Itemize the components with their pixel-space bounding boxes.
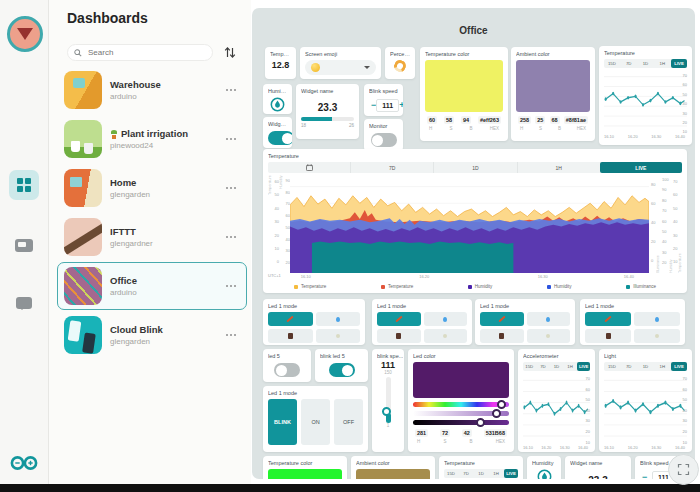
mode-pencil-button[interactable] <box>377 312 421 326</box>
tab-7d[interactable]: 7D <box>537 362 550 371</box>
color-swatch[interactable] <box>516 60 590 112</box>
toggle-on[interactable] <box>268 131 292 145</box>
dashboard-thumbnail[interactable] <box>64 316 102 354</box>
dashboard-thumbnail[interactable] <box>64 169 102 207</box>
dashboard-item-cloud-blink[interactable]: Cloud Blink glengarden <box>57 311 247 359</box>
tab-1h[interactable]: 1H <box>564 362 577 371</box>
gauge-donut-icon <box>392 58 408 74</box>
mode-plug-button[interactable] <box>268 329 313 343</box>
mode-droplet-button[interactable] <box>527 312 571 326</box>
color-swatch[interactable] <box>356 469 430 479</box>
tab-calendar[interactable] <box>268 162 350 173</box>
mode-plug-button[interactable] <box>377 329 421 343</box>
mode-droplet-button[interactable] <box>424 312 468 326</box>
color-swatch[interactable] <box>425 60 503 112</box>
search-bar[interactable] <box>67 44 213 61</box>
tab-1h[interactable]: 1H <box>654 59 670 68</box>
user-avatar[interactable] <box>7 16 43 52</box>
saturation-value: 58 <box>444 116 454 124</box>
toggle-on[interactable] <box>329 363 355 377</box>
tab-1d[interactable]: 1D <box>433 162 516 173</box>
mode-bulb-button[interactable] <box>634 329 680 343</box>
dashboard-item-warehouse[interactable]: Warehouse arduino <box>57 66 247 114</box>
item-menu-icon[interactable] <box>226 334 236 336</box>
mode-pencil-button[interactable] <box>268 312 313 326</box>
tab-1d[interactable]: 1D <box>474 469 488 478</box>
tab-1d[interactable]: 1D <box>638 59 654 68</box>
mode-droplet-button[interactable] <box>316 312 361 326</box>
tab-7d[interactable]: 7D <box>621 362 637 371</box>
slider-knob[interactable] <box>492 409 501 418</box>
devices-icon[interactable] <box>9 230 39 260</box>
tab-15d[interactable]: 15D <box>523 362 536 371</box>
minus-button[interactable]: − <box>642 473 647 479</box>
toggle-off[interactable] <box>274 363 300 377</box>
stepper-value[interactable]: 111 <box>376 99 399 112</box>
chat-icon[interactable] <box>9 288 39 318</box>
brightness-slider[interactable] <box>413 420 509 425</box>
blink-button[interactable]: BLINK <box>268 399 297 445</box>
mode-bulb-button[interactable] <box>424 329 468 343</box>
dashboard-thumbnail[interactable] <box>64 218 102 256</box>
tab-1d[interactable]: 1D <box>550 362 563 371</box>
hex-value: #8f81ae <box>564 116 588 124</box>
mode-pencil-button[interactable] <box>585 312 631 326</box>
tab-live[interactable]: LIVE <box>671 59 687 68</box>
item-menu-icon[interactable] <box>226 138 236 140</box>
item-menu-icon[interactable] <box>226 285 236 287</box>
color-swatch[interactable] <box>413 362 509 398</box>
search-input[interactable] <box>86 47 206 58</box>
dashboard-item-plant-irrigation[interactable]: Plant irrigation pinewood24 <box>57 115 247 163</box>
tab-7d[interactable]: 7D <box>350 162 433 173</box>
tab-1d[interactable]: 1D <box>638 362 654 371</box>
dashboard-item-office-selected[interactable]: Office arduino <box>57 262 247 310</box>
tab-1h[interactable]: 1H <box>489 469 503 478</box>
tab-15d[interactable]: 15D <box>604 362 620 371</box>
item-menu-icon[interactable] <box>226 89 236 91</box>
item-menu-icon[interactable] <box>226 236 236 238</box>
color-swatch[interactable] <box>268 469 342 479</box>
mode-plug-button[interactable] <box>480 329 524 343</box>
tab-7d[interactable]: 7D <box>459 469 473 478</box>
sort-button[interactable] <box>221 44 239 61</box>
tab-live[interactable]: LIVE <box>577 362 590 371</box>
tab-15d[interactable]: 15D <box>444 469 458 478</box>
dashboard-item-home[interactable]: Home glengarden <box>57 164 247 212</box>
tab-1h[interactable]: 1H <box>517 162 600 173</box>
saturation-slider[interactable] <box>413 411 509 416</box>
item-menu-icon[interactable] <box>226 187 236 189</box>
dashboards-grid-icon[interactable] <box>9 170 39 200</box>
calendar-icon <box>306 164 313 171</box>
fullscreen-button[interactable] <box>668 454 699 485</box>
tab-7d[interactable]: 7D <box>621 59 637 68</box>
slider-knob[interactable] <box>497 400 506 409</box>
on-button[interactable]: ON <box>301 399 330 445</box>
emoji-dropdown[interactable] <box>305 60 376 75</box>
mode-bulb-button[interactable] <box>316 329 361 343</box>
dashboard-owner: glengarden <box>110 190 218 199</box>
vertical-slider[interactable] <box>386 377 391 423</box>
right-axis-humidity: 100 90 80 70 60 50 40 30 20 Humidity <box>660 175 671 273</box>
dashboard-thumbnail[interactable] <box>64 267 102 305</box>
toggle-off[interactable] <box>371 133 397 147</box>
tab-live[interactable]: LIVE <box>600 162 682 173</box>
hue-slider[interactable] <box>413 402 509 407</box>
slider-knob[interactable] <box>476 418 485 427</box>
slider-knob[interactable] <box>382 407 391 416</box>
dashboard-item-ifttt[interactable]: IFTTT glengardner <box>57 213 247 261</box>
tab-1h[interactable]: 1H <box>654 362 670 371</box>
widget-blink-speed-stepper: Blink speed − 111 + <box>364 84 403 116</box>
arduino-logo-icon[interactable] <box>9 448 39 478</box>
mode-pencil-button[interactable] <box>480 312 524 326</box>
mode-droplet-button[interactable] <box>634 312 680 326</box>
tab-live[interactable]: LIVE <box>671 362 687 371</box>
dashboard-title: Office <box>252 25 695 36</box>
plus-button[interactable]: + <box>399 101 403 110</box>
mode-plug-button[interactable] <box>585 329 631 343</box>
mode-bulb-button[interactable] <box>527 329 571 343</box>
tab-live[interactable]: LIVE <box>504 469 518 478</box>
tab-15d[interactable]: 15D <box>604 59 620 68</box>
dashboard-thumbnail[interactable] <box>64 120 102 158</box>
off-button[interactable]: OFF <box>334 399 363 445</box>
dashboard-thumbnail[interactable] <box>64 71 102 109</box>
